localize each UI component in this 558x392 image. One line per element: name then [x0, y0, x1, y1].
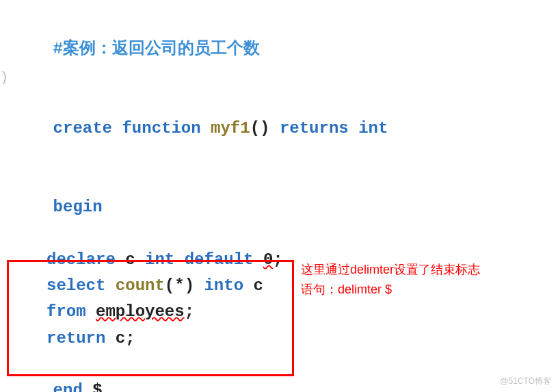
watermark: @51CTO博客 — [500, 375, 551, 388]
code-line-create: create function myf1() returns int — [14, 89, 544, 168]
kw-returns: returns — [280, 119, 349, 138]
kw-end: end — [53, 381, 83, 392]
code-line-begin: begin — [14, 168, 544, 246]
fold-marker: ) — [0, 67, 8, 89]
annotation-line2: 语句：delimter $ — [301, 280, 480, 300]
kw-create: create — [53, 119, 112, 138]
paren: () — [250, 119, 270, 138]
annotation-block: 这里通过delimter设置了结束标志 语句：delimter $ — [301, 260, 480, 300]
kw-function: function — [122, 119, 200, 138]
dollar: $ — [92, 381, 102, 392]
comment-text: #案例：返回公司的员工个数 — [53, 40, 260, 58]
kw-begin: begin — [53, 198, 103, 216]
func-name: myf1 — [211, 119, 250, 138]
annotation-line1: 这里通过delimter设置了结束标志 — [301, 260, 480, 280]
kw-int: int — [358, 119, 388, 138]
code-comment: #案例：返回公司的员工个数 — [14, 10, 544, 89]
highlight-box — [7, 260, 294, 376]
